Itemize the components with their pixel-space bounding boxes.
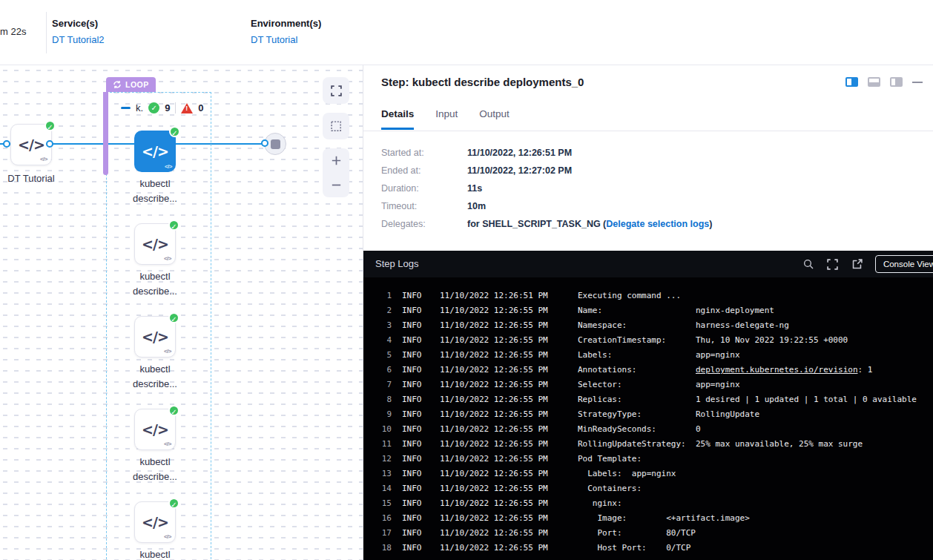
- log-level: INFO: [402, 363, 427, 378]
- code-mini-icon: </>: [164, 348, 171, 355]
- node-kubectl-describe-2[interactable]: </> </> ✓: [134, 223, 176, 265]
- node-label: kubectldescribe...: [114, 269, 196, 299]
- execution-duration: m 22s: [0, 26, 26, 37]
- detail-label: Started at:: [381, 148, 467, 158]
- log-line: 17 INFO 11/10/2022 12:26:55 PM Port: 80/…: [363, 526, 933, 541]
- layout-right-view-icon[interactable]: [890, 77, 903, 87]
- log-level: INFO: [402, 452, 427, 467]
- log-level: INFO: [402, 303, 427, 318]
- log-line: 4 INFO 11/10/2022 12:26:55 PM CreationTi…: [363, 333, 933, 348]
- execution-top-bar: m 22s Service(s) DT Tutorial2 Environmen…: [0, 0, 933, 65]
- delegates-text: ): [709, 219, 712, 229]
- delegates-text: for SHELL_SCRIPT_TASK_NG (: [467, 219, 606, 229]
- log-level: INFO: [402, 496, 427, 511]
- log-level: INFO: [402, 289, 427, 303]
- log-message: Namespace: harness-delegate-ng: [578, 318, 789, 333]
- success-badge-icon: ✓: [169, 126, 180, 137]
- log-timestamp: 11/10/2022 12:26:55 PM: [440, 481, 551, 496]
- code-mini-icon: </>: [165, 163, 172, 170]
- log-line: 18 INFO 11/10/2022 12:26:55 PM Host Port…: [363, 541, 933, 556]
- minimize-panel-icon[interactable]: [912, 82, 923, 83]
- code-icon: </>: [142, 329, 168, 345]
- log-line-number: 17: [372, 526, 392, 541]
- log-line: 5 INFO 11/10/2022 12:26:55 PM Labels: ap…: [363, 348, 933, 363]
- log-level: INFO: [402, 481, 427, 496]
- step-logs-section: Step Logs Console View 1 INFO 11/10/2022…: [363, 251, 933, 560]
- failure-count: 0: [198, 102, 203, 113]
- environment-link[interactable]: DT Tutorial: [251, 34, 321, 45]
- log-level: INFO: [402, 467, 427, 481]
- log-level: INFO: [402, 526, 427, 541]
- canvas-fullscreen-button[interactable]: [323, 77, 349, 104]
- log-line: 3 INFO 11/10/2022 12:26:55 PM Namespace:…: [363, 318, 933, 333]
- node-label: kubectldescribe...: [114, 455, 196, 484]
- success-count: 9: [165, 102, 170, 113]
- step-logs-actions: Console View: [802, 251, 933, 277]
- canvas-reset-selection-button[interactable]: [323, 113, 349, 139]
- node-kubectl-describe-1[interactable]: </> </> ✓: [134, 131, 176, 172]
- tab-details[interactable]: Details: [381, 108, 414, 130]
- log-level: INFO: [402, 318, 427, 333]
- canvas-zoom-controls: [323, 148, 349, 197]
- success-badge-icon: ✓: [168, 498, 179, 509]
- environment-group: Environment(s) DT Tutorial: [251, 18, 321, 45]
- log-line: 15 INFO 11/10/2022 12:26:55 PM nginx:: [363, 496, 933, 511]
- external-link-icon[interactable]: [851, 258, 863, 271]
- log-message: RollingUpdateStrategy: 25% max unavailab…: [578, 437, 863, 452]
- detail-label: Timeout:: [381, 201, 467, 211]
- log-message: Host Port: 0/TCP: [578, 541, 690, 556]
- detail-row-timeout: Timeout: 10m: [381, 197, 712, 215]
- success-badge-icon: ✓: [44, 120, 56, 131]
- log-message: Labels: app=nginx: [578, 348, 740, 363]
- pipeline-canvas[interactable]: LOOP k. ✓ 9 0 </> </> ✓ DT Tutorial </> …: [0, 65, 363, 560]
- tab-output[interactable]: Output: [479, 108, 510, 130]
- code-icon: </>: [142, 421, 168, 438]
- log-timestamp: 11/10/2022 12:26:55 PM: [440, 422, 551, 437]
- log-line-number: 16: [372, 511, 392, 526]
- log-message: Labels: app=nginx: [578, 467, 676, 481]
- code-icon: </>: [18, 136, 44, 153]
- service-label: Service(s): [52, 18, 105, 29]
- failure-count-icon: [181, 103, 193, 113]
- layout-split-view-icon[interactable]: [845, 77, 858, 87]
- step-panel-title: Step: kubectl describe deployments_0: [381, 76, 584, 88]
- node-label: DT Tutorial: [0, 171, 72, 186]
- log-link[interactable]: deployment.kubernetes.io/revision: [696, 365, 858, 375]
- loop-badge-label: LOOP: [125, 80, 149, 89]
- log-line: 1 INFO 11/10/2022 12:26:51 PM Executing …: [363, 289, 933, 303]
- node-kubectl-describe-5[interactable]: </> </> ✓: [134, 501, 176, 543]
- divider: [175, 102, 176, 113]
- console-view-button[interactable]: Console View: [875, 255, 933, 273]
- tab-input[interactable]: Input: [435, 108, 458, 130]
- log-level: INFO: [402, 378, 427, 392]
- log-level: INFO: [402, 541, 427, 556]
- log-line-number: 18: [372, 541, 392, 556]
- log-message: CreationTimestamp: Thu, 10 Nov 2022 19:2…: [578, 333, 848, 348]
- node-kubectl-describe-3[interactable]: </> </> ✓: [134, 316, 176, 358]
- log-line-number: 3: [372, 318, 392, 333]
- zoom-out-icon[interactable]: [330, 179, 343, 191]
- log-line: 14 INFO 11/10/2022 12:26:55 PM Container…: [363, 481, 933, 496]
- log-timestamp: 11/10/2022 12:26:55 PM: [440, 541, 551, 556]
- node-label: kubectldescribe...: [114, 547, 196, 560]
- stop-icon: [271, 139, 280, 149]
- node-kubectl-describe-4[interactable]: </> </> ✓: [134, 409, 176, 450]
- collapse-group-button[interactable]: [121, 107, 131, 109]
- detail-value: 11s: [467, 183, 482, 194]
- delegate-selection-logs-link[interactable]: Delegate selection logs: [606, 219, 709, 229]
- log-message: nginx:: [578, 496, 622, 511]
- detail-label: Ended at:: [381, 165, 467, 176]
- log-timestamp: 11/10/2022 12:26:51 PM: [440, 289, 551, 303]
- zoom-in-icon[interactable]: [330, 154, 343, 167]
- log-timestamp: 11/10/2022 12:26:55 PM: [440, 407, 551, 422]
- loop-badge[interactable]: LOOP: [106, 77, 156, 92]
- log-message: Containers:: [578, 481, 642, 496]
- search-icon[interactable]: [802, 258, 814, 270]
- service-link[interactable]: DT Tutorial2: [52, 34, 105, 45]
- code-mini-icon: </>: [164, 533, 171, 540]
- code-icon: </>: [142, 514, 168, 530]
- layout-bottom-view-icon[interactable]: [868, 77, 880, 87]
- log-body[interactable]: 1 INFO 11/10/2022 12:26:51 PM Executing …: [363, 277, 933, 556]
- log-line-number: 7: [372, 378, 392, 392]
- fullscreen-icon[interactable]: [826, 258, 839, 271]
